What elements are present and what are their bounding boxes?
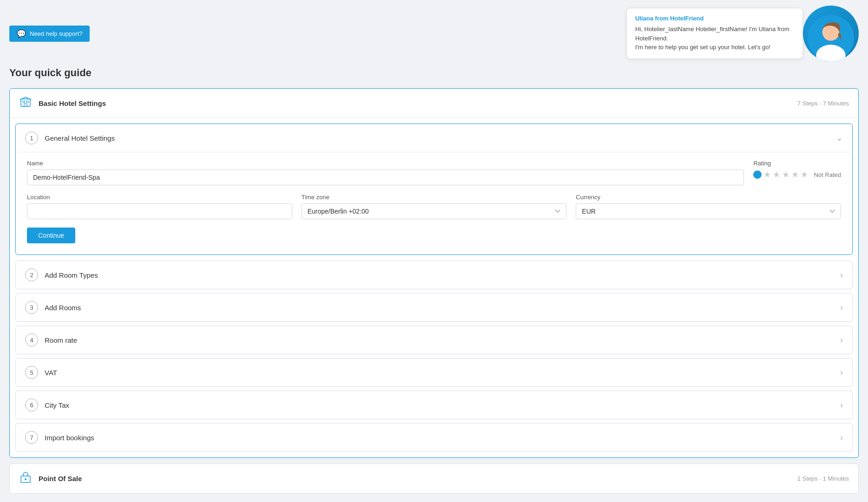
star-2[interactable]: ★ [773, 170, 780, 180]
not-rated-text: Not Rated [814, 171, 841, 178]
page-content: Your quick guide Basic Hotel Settings [0, 67, 868, 502]
step-2-header[interactable]: 2 Add Room Types › [16, 261, 852, 289]
timezone-group: Time zone Europe/Berlin +02:00 UTC +00:0… [302, 194, 567, 219]
star-1[interactable]: ★ [763, 170, 771, 180]
name-rating-row: Name Rating ★ ★ ★ ★ ★ Not Rated [27, 160, 841, 185]
help-icon: 💬 [17, 29, 26, 38]
chat-support-area: Uliana from HotelFriend Hi, Hotelier_las… [626, 6, 859, 61]
pos-meta: Point Of Sale [19, 471, 82, 486]
step-7-circle: 7 [25, 431, 38, 444]
location-input[interactable] [27, 203, 292, 219]
rating-label: Rating [753, 160, 841, 167]
location-label: Location [27, 194, 292, 201]
header-left: 1 General Hotel Settings [25, 131, 115, 144]
location-group: Location [27, 194, 292, 219]
timezone-label: Time zone [302, 194, 567, 201]
rating-stars: ★ ★ ★ ★ ★ Not Rated [753, 170, 841, 180]
chevron-down-icon: ⌄ [836, 133, 843, 143]
step-7-title: Import bookings [45, 434, 94, 442]
step-6-title: City Tax [45, 401, 69, 409]
step-4-title: Room rate [45, 336, 77, 344]
step-5-circle: 5 [25, 366, 38, 379]
step-6-header[interactable]: 6 City Tax › [16, 391, 852, 419]
step-4-section: 4 Room rate › [15, 326, 853, 354]
step-3-section: 3 Add Rooms › [15, 293, 853, 322]
section-info: Basic Hotel Settings [39, 99, 106, 107]
chevron-right-icon: › [840, 270, 843, 280]
point-of-sale-card: Point Of Sale 1 Steps · 1 Minutes [9, 463, 859, 494]
svg-point-8 [25, 478, 26, 480]
star-4[interactable]: ★ [791, 170, 799, 180]
general-settings-section: 1 General Hotel Settings ⌄ Name Rating [15, 124, 853, 255]
continue-button[interactable]: Continue [27, 228, 75, 243]
star-5[interactable]: ★ [801, 170, 808, 180]
basic-hotel-title: Basic Hotel Settings [39, 99, 106, 107]
pos-icon [19, 471, 32, 486]
steps-list: 2 Add Room Types › 3 Add Rooms › 4 Room … [15, 261, 853, 452]
general-settings-header[interactable]: 1 General Hotel Settings ⌄ [16, 124, 852, 152]
svg-rect-3 [21, 99, 30, 106]
point-of-sale-header[interactable]: Point Of Sale 1 Steps · 1 Minutes [10, 464, 858, 493]
currency-select[interactable]: EUR USD GBP CHF [576, 203, 841, 219]
step-6-section: 6 City Tax › [15, 391, 853, 419]
chevron-right-icon: › [840, 303, 843, 313]
location-timezone-currency-row: Location Time zone Europe/Berlin +02:00 … [27, 194, 841, 219]
basic-hotel-settings-card: Basic Hotel Settings 7 Steps · 7 Minutes… [9, 88, 859, 458]
general-settings-body: Name Rating ★ ★ ★ ★ ★ Not Rated [16, 152, 852, 254]
hotel-icon [19, 95, 32, 111]
step-3-header[interactable]: 3 Add Rooms › [16, 293, 852, 321]
general-settings-title: General Hotel Settings [45, 134, 115, 142]
star-3[interactable]: ★ [782, 170, 789, 180]
chevron-right-icon: › [840, 335, 843, 345]
chevron-right-icon: › [840, 400, 843, 410]
step-2-circle: 2 [25, 268, 38, 281]
step-2-title: Add Room Types [45, 271, 98, 279]
step-5-title: VAT [45, 369, 57, 377]
chevron-right-icon: › [840, 433, 843, 443]
timezone-select[interactable]: Europe/Berlin +02:00 UTC +00:00 America/… [302, 203, 567, 219]
agent-name: Uliana from HotelFriend [635, 15, 794, 22]
section-meta: Basic Hotel Settings [19, 95, 106, 111]
step-3-circle: 3 [25, 301, 38, 314]
rating-group: Rating ★ ★ ★ ★ ★ Not Rated [753, 160, 841, 180]
step-7-header[interactable]: 7 Import bookings › [16, 424, 852, 451]
basic-hotel-settings-header[interactable]: Basic Hotel Settings 7 Steps · 7 Minutes [10, 89, 858, 118]
step-7-section: 7 Import bookings › [15, 423, 853, 452]
name-label: Name [27, 160, 744, 167]
step-2-section: 2 Add Room Types › [15, 261, 853, 289]
top-bar: 💬 Need help support? Uliana from HotelFr… [0, 0, 868, 67]
agent-avatar [803, 6, 859, 61]
rating-circle[interactable] [753, 170, 762, 179]
step-4-circle: 4 [25, 333, 38, 346]
step-1-circle: 1 [25, 131, 38, 144]
step-3-title: Add Rooms [45, 304, 81, 312]
step-4-header[interactable]: 4 Room rate › [16, 326, 852, 354]
svg-rect-6 [24, 104, 27, 106]
steps-info: 7 Steps · 7 Minutes [797, 99, 849, 107]
svg-rect-4 [23, 101, 25, 103]
hotel-name-input[interactable] [27, 170, 744, 185]
pos-title: Point Of Sale [39, 475, 82, 482]
pos-steps-info: 1 Steps · 1 Minutes [797, 475, 849, 482]
agent-message: Hi, Hotelier_lastName Hotelier_firstName… [635, 25, 794, 52]
step-5-header[interactable]: 5 VAT › [16, 359, 852, 386]
chat-bubble: Uliana from HotelFriend Hi, Hotelier_las… [626, 8, 803, 59]
name-field-group: Name [27, 160, 744, 185]
step-5-section: 5 VAT › [15, 358, 853, 387]
svg-rect-5 [26, 101, 28, 103]
need-help-button[interactable]: 💬 Need help support? [9, 26, 90, 42]
step-6-circle: 6 [25, 398, 38, 411]
page-title: Your quick guide [9, 67, 859, 79]
currency-group: Currency EUR USD GBP CHF [576, 194, 841, 219]
chevron-right-icon: › [840, 368, 843, 378]
currency-label: Currency [576, 194, 841, 201]
